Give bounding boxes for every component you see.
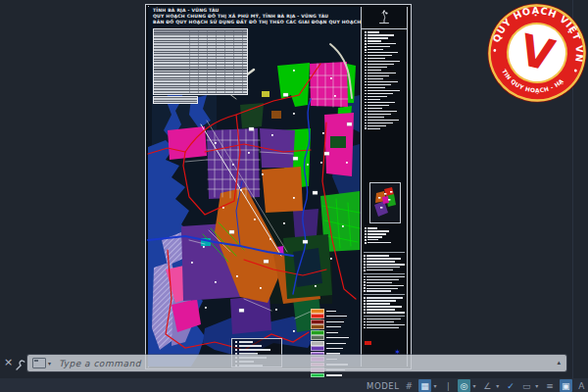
north-arrow-icon [375,9,393,26]
legend-entry [365,117,404,119]
legend-entry [365,67,404,69]
legend-entry [364,303,405,305]
title-line-3: BẢN ĐỒ QUY HOẠCH SỬ DỤNG ĐẤT ĐÔ THỊ THEO… [153,20,349,25]
legend-entry [365,102,404,104]
commandline-close-icon[interactable]: × [4,356,13,369]
legend-entry [365,46,404,48]
inset-map-graphic [370,183,398,220]
polar-tracking-icon[interactable]: ◎ [458,379,470,392]
legend-divider [364,294,405,295]
legend-entry [365,90,404,92]
legend-entry [364,281,405,283]
legend-entry [365,93,404,95]
ortho-mode-icon[interactable]: ∣ [442,379,455,392]
legend-entry [365,61,404,63]
model-space-button[interactable]: MODEL [367,378,400,391]
legend-entry [365,58,404,60]
note-entry [235,349,281,351]
legend-panel-list [365,31,404,130]
legend-entry [364,261,405,263]
command-input[interactable]: Type a command [59,359,141,368]
polar-caret-icon[interactable]: ▾ [470,382,478,389]
title-block: TỈNH BÀ RỊA - VŨNG TÀU QUY HOẠCH CHUNG Đ… [153,8,349,25]
landuse-swatch-row [311,319,349,324]
legend-entry [365,108,404,110]
legend-entry [364,306,405,308]
legend-entry [364,267,405,269]
legend-entry [365,236,404,238]
legend-entry [365,84,404,86]
landuse-swatch-row [311,341,349,346]
legend-entry [365,114,404,116]
legend-entry [365,105,404,107]
note-entry [235,345,281,347]
autocad-window: { "app": { "background": "#20262f", "sta… [0,0,588,392]
drawing-canvas[interactable]: TỈNH BÀ RỊA - VŨNG TÀU QUY HOẠCH CHUNG Đ… [145,4,412,369]
legend-entry [365,239,404,241]
recent-commands-caret-icon[interactable]: ▾ [48,360,51,367]
legend-entry [365,49,404,51]
legend-entry [364,309,405,311]
legend-entry [365,227,404,229]
legend-entry [364,255,405,257]
legend-entry [365,99,404,101]
legend-entry [365,233,404,235]
legend-entry [365,230,404,232]
recent-commands-icon[interactable] [32,358,46,368]
legend-entry [365,34,404,36]
legend-entry [364,276,405,278]
legend-entry [364,270,405,271]
legend-entry [364,312,405,314]
legend-entry [365,55,404,57]
legend-entry [365,242,404,244]
osnap-caret-icon[interactable]: ▾ [494,382,502,389]
legend-panel: ✶ [361,7,408,367]
legend-entry [365,81,404,83]
annotation-scale-icon[interactable]: ▭ [520,379,533,392]
commandline-grip-icon[interactable]: ▴ [557,359,561,367]
workspace-switching-icon[interactable]: ≡ [543,379,556,392]
landuse-swatch-row [311,324,349,329]
title-line-2: QUY HOẠCH CHUNG ĐÔ THỊ XÃ PHÚ MỸ, TỈNH B… [153,14,349,20]
commandline-customize-wrench-icon[interactable] [15,357,26,375]
landuse-swatch-row [311,314,349,318]
quy-hoach-viet-stamp: QUY HOẠCH VIỆT VN THÔNG TIN QUY HOẠCH - … [482,0,588,110]
legend-panel-lowlist [364,250,405,329]
legend-divider [364,273,405,274]
legend-entry [364,287,405,289]
isolate-objects-icon[interactable]: A [575,379,588,392]
isodraft-icon[interactable]: ✓ [504,379,516,392]
legend-entry [364,297,405,299]
legend-entry [364,258,405,260]
legend-entry [364,290,405,292]
legend-entry [364,327,405,329]
grid-display-icon[interactable]: # [403,379,416,392]
hardware-acceleration-icon[interactable]: ▣ [560,379,572,392]
legend-entry [365,64,404,66]
north-arrow-box [362,7,407,29]
landuse-swatch-row [311,330,349,335]
snap-mode-icon[interactable]: ▦ [418,379,431,392]
table-appendix [153,96,198,104]
legend-entry [364,324,405,326]
legend-entry [365,120,404,122]
object-snap-tracking-icon[interactable]: ∠ [481,379,494,392]
legend-divider [364,316,405,317]
legend-entry [364,318,405,320]
annotation-caret-icon[interactable]: ▾ [533,382,541,389]
legend-entry [365,73,404,74]
legend-entry [365,127,404,129]
command-line-bar[interactable]: ▾ Type a command ▴ [27,355,566,371]
status-bar: MODEL # ▦ ▾ ∣ ◎ ▾ ∠ ▾ ✓ ▭ ▾ ≡ ▣ A [0,378,588,392]
legend-entry [365,122,404,124]
legend-entry [364,264,405,266]
inset-key-map [369,182,401,223]
legend-entry [365,87,404,89]
legend-entry [364,321,405,323]
landuse-swatch-row [311,346,349,351]
snap-caret-icon[interactable]: ▾ [431,382,439,389]
legend-entry [365,111,404,113]
table-columns [189,29,247,94]
legend-entry [365,43,404,45]
legend-entry [364,300,405,302]
